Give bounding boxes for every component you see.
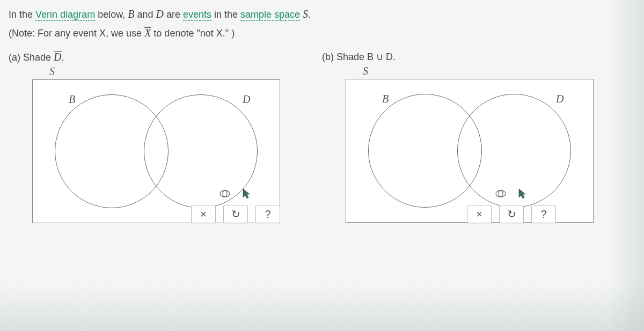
part-a: (a) Shade D. S B D [9,51,322,229]
note-end: ." ) [223,28,235,39]
clear-button[interactable]: × [191,205,216,223]
note-post: to denote "not [151,28,216,39]
b-label-a: B [67,93,77,106]
b-label-b: B [380,93,391,105]
clear-button[interactable]: × [467,205,492,223]
svg-point-3 [499,190,503,197]
intro-inthe: in the [211,9,240,20]
help-button[interactable]: ? [255,205,280,223]
prompt-b-target: B ∪ D [367,52,393,62]
reset-button[interactable]: ↻ [499,205,524,223]
sample-space-link[interactable]: sample space [240,9,300,21]
s-label-b: S [360,65,371,77]
intro-pre: In the [9,9,35,20]
intro-d: D [156,8,163,20]
prompt-b: (b) Shade B ∪ D. [322,51,635,63]
toolbar-b: × ↻ ? [467,186,556,223]
note-text: (Note: For any event X, we use X to deno… [9,27,635,39]
svg-point-2 [496,190,506,197]
prompt-a: (a) Shade D. [9,51,322,63]
svg-point-1 [223,190,227,197]
fill-tool-icon[interactable] [218,187,232,201]
d-label-b: D [554,93,566,105]
intro-end: . [308,9,311,20]
d-label-a: D [240,93,252,106]
venn-diagram-link[interactable]: Venn diagram [35,9,95,21]
prompt-a-target: D [54,51,61,63]
part-b: (b) Shade B ∪ D. S B D [322,51,635,229]
note-pre: (Note: For any event [9,28,99,39]
note-x2: X [216,28,223,39]
prompt-a-pre: (a) Shade [9,52,54,63]
note-x1: X [99,28,106,39]
events-link[interactable]: events [183,9,211,21]
reset-button[interactable]: ↻ [223,205,248,223]
toolbar-a: × ↻ ? [191,186,280,223]
note-xbar: X [144,27,151,39]
intro-text: In the Venn diagram below, B and D are e… [9,5,635,23]
prompt-b-pre: (b) Shade [322,52,367,62]
intro-b: B [128,8,134,20]
note-mid: , we use [106,28,144,39]
s-label-a: S [46,65,58,78]
intro-and: and [134,9,156,20]
svg-point-0 [220,190,230,197]
prompt-a-end: . [62,52,64,63]
bottom-vignette [0,283,644,331]
pointer-tool-icon[interactable] [515,187,529,201]
intro-mid1: below, [95,9,128,20]
pointer-tool-icon[interactable] [239,187,253,201]
help-button[interactable]: ? [531,205,556,223]
fill-tool-icon[interactable] [494,187,508,201]
intro-are: are [164,9,183,20]
intro-s: S [303,8,308,20]
prompt-b-end: . [393,52,396,62]
